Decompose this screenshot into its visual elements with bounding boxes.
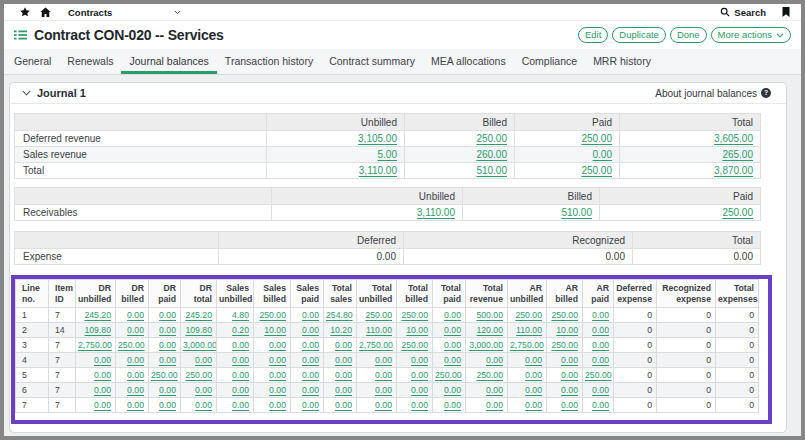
- value-link[interactable]: 250.00: [585, 370, 612, 380]
- value-link[interactable]: 0.00: [232, 370, 249, 380]
- nav-entity-label[interactable]: Contracts: [68, 7, 112, 18]
- value-link[interactable]: 245.20: [84, 310, 111, 320]
- value-link[interactable]: 2,750.00: [78, 340, 112, 350]
- value-link[interactable]: 0.00: [375, 400, 392, 410]
- value-link[interactable]: 0.00: [486, 355, 503, 365]
- value-link[interactable]: 3,110.00: [359, 165, 397, 176]
- value-link[interactable]: 260.00: [476, 149, 507, 160]
- value-link[interactable]: 0.00: [486, 385, 503, 395]
- value-link[interactable]: 0.00: [127, 370, 144, 380]
- value-link[interactable]: 0.00: [269, 385, 286, 395]
- value-link[interactable]: 0.00: [302, 385, 319, 395]
- tab-compliance[interactable]: Compliance: [514, 49, 585, 74]
- value-link[interactable]: 0.00: [444, 340, 461, 350]
- value-link[interactable]: 0.00: [411, 400, 428, 410]
- value-link[interactable]: 0.20: [232, 325, 249, 335]
- value-link[interactable]: 0.00: [159, 400, 176, 410]
- value-link[interactable]: 0.00: [444, 325, 461, 335]
- value-link[interactable]: 0.00: [444, 355, 461, 365]
- value-link[interactable]: 0.00: [525, 370, 542, 380]
- value-link[interactable]: 5.00: [378, 149, 397, 160]
- value-link[interactable]: 250.00: [401, 310, 428, 320]
- value-link[interactable]: 0.00: [593, 149, 612, 160]
- value-link[interactable]: 265.00: [722, 149, 753, 160]
- value-link[interactable]: 0.00: [335, 370, 352, 380]
- value-link[interactable]: 0.00: [411, 385, 428, 395]
- value-link[interactable]: 500.00: [476, 310, 503, 320]
- value-link[interactable]: 0.00: [335, 340, 352, 350]
- value-link[interactable]: 0.00: [127, 310, 144, 320]
- value-link[interactable]: 0.00: [159, 325, 176, 335]
- bookmark-icon[interactable]: [782, 7, 790, 17]
- search-icon[interactable]: [720, 7, 730, 17]
- duplicate-button[interactable]: Duplicate: [612, 27, 666, 43]
- value-link[interactable]: 10.20: [330, 325, 352, 335]
- value-link[interactable]: 0.00: [269, 370, 286, 380]
- favorites-star-icon[interactable]: [20, 7, 30, 17]
- value-link[interactable]: 0.00: [195, 400, 212, 410]
- value-link[interactable]: 250.00: [185, 370, 212, 380]
- value-link[interactable]: 0.00: [302, 340, 319, 350]
- value-link[interactable]: 0.00: [525, 385, 542, 395]
- value-link[interactable]: 250.00: [401, 340, 428, 350]
- tab-journal-balances[interactable]: Journal balances: [121, 49, 216, 74]
- value-link[interactable]: 0.00: [195, 385, 212, 395]
- value-link[interactable]: 0.00: [94, 370, 111, 380]
- value-link[interactable]: 0.00: [127, 400, 144, 410]
- value-link[interactable]: 0.00: [127, 325, 144, 335]
- tab-mea-allocations[interactable]: MEA allocations: [423, 49, 514, 74]
- value-link[interactable]: 0.00: [411, 355, 428, 365]
- value-link[interactable]: 0.00: [592, 355, 609, 365]
- value-link[interactable]: 0.00: [335, 355, 352, 365]
- value-link[interactable]: 250.00: [722, 207, 753, 218]
- value-link[interactable]: 10.00: [556, 325, 578, 335]
- value-link[interactable]: 0.00: [375, 355, 392, 365]
- value-link[interactable]: 120.00: [476, 325, 503, 335]
- value-link[interactable]: 250.00: [365, 310, 392, 320]
- value-link[interactable]: 250.00: [476, 133, 507, 144]
- value-link[interactable]: 250.00: [581, 165, 612, 176]
- help-icon[interactable]: ?: [761, 88, 771, 98]
- value-link[interactable]: 0.00: [127, 385, 144, 395]
- about-journal-balances-link[interactable]: About journal balances ?: [655, 88, 771, 99]
- done-button[interactable]: Done: [670, 27, 707, 43]
- value-link[interactable]: 0.00: [335, 385, 352, 395]
- value-link[interactable]: 0.00: [302, 310, 319, 320]
- value-link[interactable]: 0.00: [561, 385, 578, 395]
- value-link[interactable]: 109.80: [84, 325, 111, 335]
- value-link[interactable]: 3,000.00: [183, 340, 217, 350]
- tab-contract-summary[interactable]: Contract summary: [321, 49, 423, 74]
- value-link[interactable]: 0.00: [269, 340, 286, 350]
- value-link[interactable]: 10.00: [406, 325, 428, 335]
- value-link[interactable]: 0.00: [592, 325, 609, 335]
- value-link[interactable]: 110.00: [516, 325, 542, 335]
- value-link[interactable]: 0.00: [375, 385, 392, 395]
- tab-mrr-history[interactable]: MRR history: [585, 49, 659, 74]
- value-link[interactable]: 0.00: [444, 310, 461, 320]
- value-link[interactable]: 4.80: [232, 310, 249, 320]
- contract-list-icon[interactable]: [14, 29, 27, 41]
- value-link[interactable]: 0.00: [269, 355, 286, 365]
- value-link[interactable]: 0.00: [525, 400, 542, 410]
- value-link[interactable]: 0.00: [302, 400, 319, 410]
- value-link[interactable]: 250.00: [259, 310, 286, 320]
- value-link[interactable]: 0.00: [592, 400, 609, 410]
- value-link[interactable]: 3,870.00: [714, 165, 753, 176]
- value-link[interactable]: 250.00: [435, 370, 462, 380]
- value-link[interactable]: 0.00: [561, 370, 578, 380]
- about-journal-balances-label[interactable]: About journal balances: [655, 88, 757, 99]
- collapse-chevron-icon[interactable]: [22, 90, 31, 96]
- value-link[interactable]: 250.00: [151, 370, 178, 380]
- value-link[interactable]: 0.00: [375, 370, 392, 380]
- value-link[interactable]: 3,605.00: [714, 133, 753, 144]
- value-link[interactable]: 0.00: [302, 325, 319, 335]
- value-link[interactable]: 0.00: [302, 355, 319, 365]
- value-link[interactable]: 0.00: [94, 400, 111, 410]
- value-link[interactable]: 0.00: [592, 340, 609, 350]
- value-link[interactable]: 10.00: [264, 325, 286, 335]
- value-link[interactable]: 110.00: [366, 325, 392, 335]
- tab-general[interactable]: General: [6, 49, 59, 74]
- value-link[interactable]: 2,750.00: [359, 340, 393, 350]
- value-link[interactable]: 0.00: [159, 355, 176, 365]
- value-link[interactable]: 250.00: [581, 133, 612, 144]
